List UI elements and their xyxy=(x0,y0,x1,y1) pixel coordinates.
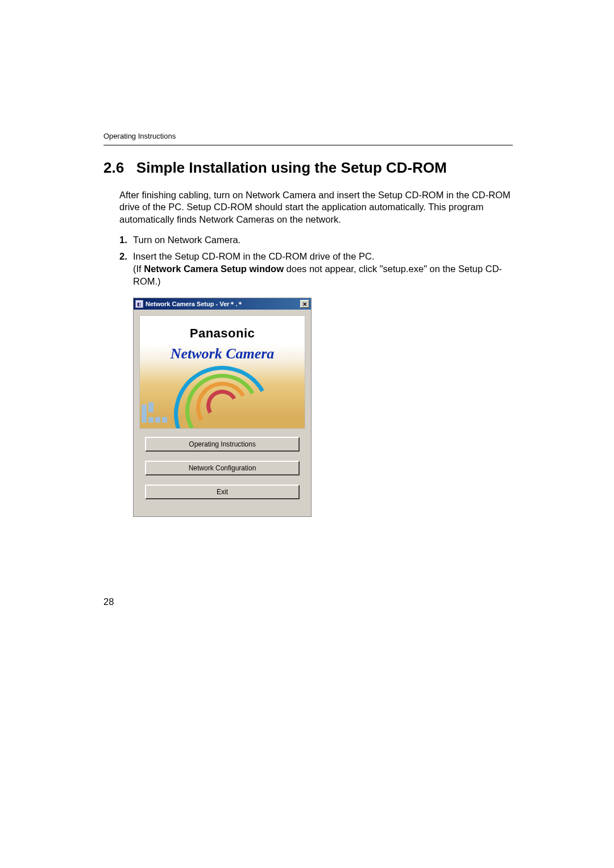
window-title: Network Camera Setup - Ver＊.＊ xyxy=(146,300,300,308)
app-icon: ◧ xyxy=(135,300,143,308)
step-2: 2. Insert the Setup CD-ROM in the CD-ROM… xyxy=(119,250,513,288)
step-number: 2. xyxy=(119,250,127,262)
step-note-prefix: (If xyxy=(133,264,144,274)
step-1: 1. Turn on Network Camera. xyxy=(119,233,513,246)
intro-paragraph: After finishing cabling, turn on Network… xyxy=(119,189,513,226)
heading-title: Simple Installation using the Setup CD-R… xyxy=(136,159,447,176)
step-note-bold: Network Camera Setup window xyxy=(144,264,284,274)
step-text: Turn on Network Camera. xyxy=(133,235,240,245)
exit-button[interactable]: Exit xyxy=(145,485,300,499)
network-configuration-button[interactable]: Network Configuration xyxy=(145,461,300,475)
product-name: Network Camera xyxy=(140,345,305,362)
section-heading: 2.6 Simple Installation using the Setup … xyxy=(103,159,513,177)
header-rule xyxy=(103,145,513,145)
button-stack: Operating Instructions Network Configura… xyxy=(134,435,311,516)
close-button[interactable]: ✕ xyxy=(300,300,309,308)
running-header: Operating Instructions xyxy=(103,132,513,140)
heading-number: 2.6 xyxy=(103,159,124,176)
page-number: 28 xyxy=(103,596,114,607)
brand-logo: Panasonic xyxy=(140,326,305,341)
setup-dialog: ◧ Network Camera Setup - Ver＊.＊ ✕ Panaso… xyxy=(133,298,312,517)
operating-instructions-button[interactable]: Operating Instructions xyxy=(145,437,300,452)
banner-image: Panasonic Network Camera xyxy=(139,315,305,429)
titlebar: ◧ Network Camera Setup - Ver＊.＊ ✕ xyxy=(134,298,311,310)
steps-list: 1. Turn on Network Camera. 2. Insert the… xyxy=(119,233,513,287)
step-lead: Insert the Setup CD-ROM in the CD-ROM dr… xyxy=(133,251,375,261)
step-number: 1. xyxy=(119,233,127,246)
